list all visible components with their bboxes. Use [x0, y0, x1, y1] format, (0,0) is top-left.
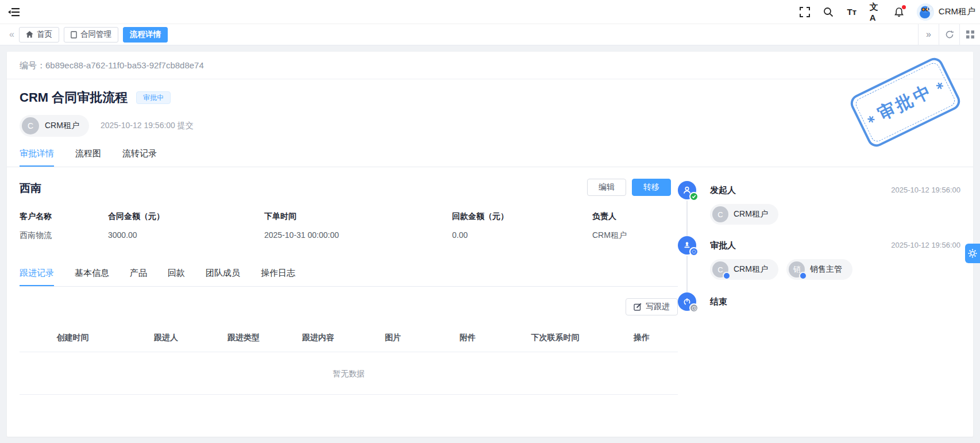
submitter-chip: C CRM租户 [20, 115, 89, 137]
field-label: 合同金额（元） [108, 211, 264, 222]
field-label: 客户名称 [20, 211, 108, 222]
column-header: 跟进人 [126, 333, 206, 343]
serial-label: 编号： [20, 60, 45, 70]
user-name: CRM租户 [734, 209, 768, 219]
user-name: CRM租户 [939, 6, 975, 17]
user-avatar: 销 [789, 261, 805, 278]
user-avatar: C [712, 261, 728, 278]
column-header: 跟进类型 [206, 333, 281, 343]
tab-flow-chart[interactable]: 流程图 [75, 148, 101, 167]
field-value: 2025-10-31 00:00:00 [264, 230, 452, 240]
field-label: 下单时间 [264, 211, 452, 222]
detail-tabs: 审批详情 流程图 流转记录 [7, 137, 973, 167]
loading-spinner-icon [689, 247, 699, 256]
field-value: 西南物流 [20, 230, 108, 241]
serial-value: 6b89ec88-a762-11f0-ba53-92f7cb8d8e74 [45, 60, 204, 70]
tab-products[interactable]: 产品 [130, 268, 147, 286]
home-icon [26, 31, 33, 38]
column-header: 下次联系时间 [505, 333, 605, 343]
followup-table-header: 创建时间 跟进人 跟进类型 跟进内容 图片 附件 下次联系时间 操作 [20, 333, 678, 352]
user-avatar [917, 3, 934, 21]
step-time: 2025-10-12 19:56:00 [891, 186, 960, 194]
tab-process-detail[interactable]: 流程详情 [123, 27, 168, 43]
menu-fold-icon[interactable] [7, 5, 22, 20]
field-value: 3000.00 [108, 230, 264, 240]
refresh-icon[interactable] [939, 24, 959, 45]
tab-approval-detail[interactable]: 审批详情 [20, 148, 54, 167]
contract-fields: 客户名称西南物流 合同金额（元）3000.00 下单时间2025-10-31 0… [20, 211, 678, 241]
write-followup-label: 写跟进 [646, 302, 670, 312]
initiator-node-icon [678, 181, 696, 199]
fullscreen-icon[interactable] [799, 6, 811, 18]
tab-basic-info[interactable]: 基本信息 [75, 268, 109, 286]
edit-button[interactable]: 编辑 [587, 179, 626, 196]
pending-badge-icon [723, 272, 731, 280]
column-header: 附件 [430, 333, 505, 343]
tab-flow-records[interactable]: 流转记录 [122, 148, 157, 167]
column-header: 创建时间 [20, 333, 126, 343]
serial-row: 编号：6b89ec88-a762-11f0-ba53-92f7cb8d8e74 [7, 52, 973, 79]
font-size-icon[interactable]: Tт [846, 6, 858, 18]
pending-badge-icon [799, 272, 807, 280]
record-tabs: 跟进记录 基本信息 产品 回款 团队成员 操作日志 [20, 268, 678, 287]
document-icon [71, 31, 77, 38]
user-name: CRM租户 [734, 264, 768, 275]
user-name: 销售主管 [810, 264, 842, 275]
submit-time: 2025-10-12 19:56:00 提交 [101, 121, 194, 131]
page-tab-bar: « 首页 合同管理 流程详情 » [0, 24, 980, 45]
user-menu[interactable]: CRM租户 [917, 3, 975, 21]
step-label: 发起人 [710, 185, 736, 196]
success-check-icon [689, 192, 699, 201]
end-node-icon [678, 292, 696, 311]
tab-operation-log[interactable]: 操作日志 [261, 268, 295, 286]
approval-timeline: 发起人 2025-10-12 19:56:00 C CRM租户 [678, 179, 973, 395]
user-chip: C CRM租户 [710, 259, 778, 280]
timeline-step-approver: 审批人 2025-10-12 19:56:00 C CRM租户 [678, 236, 960, 288]
user-chip: C CRM租户 [710, 204, 778, 225]
column-header: 跟进内容 [281, 333, 356, 343]
field-label: 负责人 [592, 211, 678, 222]
column-header: 操作 [605, 333, 678, 343]
tab-team-members[interactable]: 团队成员 [206, 268, 240, 286]
approver-node-icon [678, 236, 696, 255]
tab-label: 流程详情 [130, 29, 161, 40]
process-detail-card: 编号：6b89ec88-a762-11f0-ba53-92f7cb8d8e74 … [7, 52, 973, 437]
write-followup-button[interactable]: 写跟进 [626, 298, 678, 315]
timeline-step-end: 结束 [678, 292, 960, 344]
tab-home[interactable]: 首页 [19, 27, 59, 43]
tab-label: 合同管理 [80, 29, 111, 40]
tab-payments[interactable]: 回款 [168, 268, 185, 286]
empty-state: 暂无数据 [20, 352, 678, 395]
waiting-clock-icon [689, 303, 699, 313]
page-title: CRM 合同审批流程 [20, 89, 128, 106]
search-icon[interactable] [823, 6, 834, 18]
notification-bell-icon[interactable] [893, 6, 905, 18]
theme-settings-button[interactable] [965, 244, 980, 263]
user-chip: 销 销售主管 [786, 259, 852, 280]
field-label: 回款金额（元） [452, 211, 592, 222]
scroll-tabs-right-icon[interactable]: » [918, 24, 939, 45]
tab-label: 首页 [37, 29, 52, 40]
apps-grid-icon[interactable] [959, 24, 980, 45]
step-label: 审批人 [710, 240, 736, 251]
tab-followup-records[interactable]: 跟进记录 [20, 268, 54, 286]
user-avatar: C [712, 206, 728, 222]
edit-pen-icon [634, 303, 642, 311]
transfer-button[interactable]: 转移 [632, 179, 671, 196]
gear-icon [968, 249, 977, 258]
translate-icon[interactable]: 文A [870, 6, 881, 18]
field-value: CRM租户 [592, 230, 678, 241]
status-badge: 审批中 [136, 91, 171, 104]
column-header: 图片 [356, 333, 430, 343]
notification-dot [902, 5, 906, 9]
step-label: 结束 [710, 296, 727, 307]
contract-name: 西南 [20, 179, 41, 196]
field-value: 0.00 [452, 230, 592, 240]
main-content: 编号：6b89ec88-a762-11f0-ba53-92f7cb8d8e74 … [0, 45, 980, 443]
topbar: Tт 文A CRM租户 [0, 0, 980, 24]
timeline-step-initiator: 发起人 2025-10-12 19:56:00 C CRM租户 [678, 181, 960, 233]
tab-contract-management[interactable]: 合同管理 [64, 27, 118, 43]
submitter-avatar: C [22, 117, 39, 134]
step-time: 2025-10-12 19:56:00 [891, 241, 960, 249]
scroll-tabs-left-icon[interactable]: « [5, 29, 19, 40]
